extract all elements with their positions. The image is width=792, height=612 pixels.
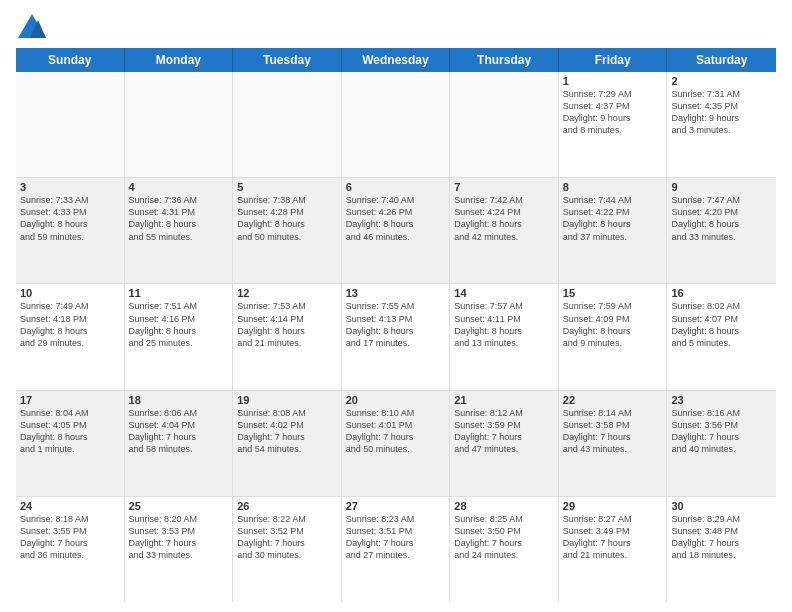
day-number: 24 — [20, 500, 120, 512]
calendar-cell: 9Sunrise: 7:47 AM Sunset: 4:20 PM Daylig… — [667, 178, 776, 283]
calendar-header-cell: Tuesday — [233, 48, 342, 72]
calendar-header-cell: Wednesday — [342, 48, 451, 72]
day-number: 20 — [346, 394, 446, 406]
day-number: 1 — [563, 75, 663, 87]
day-number: 30 — [671, 500, 772, 512]
calendar-cell: 18Sunrise: 8:06 AM Sunset: 4:04 PM Dayli… — [125, 391, 234, 496]
calendar-cell — [342, 72, 451, 177]
day-info: Sunrise: 8:02 AM Sunset: 4:07 PM Dayligh… — [671, 300, 772, 349]
day-number: 9 — [671, 181, 772, 193]
day-number: 23 — [671, 394, 772, 406]
day-number: 11 — [129, 287, 229, 299]
calendar-row: 17Sunrise: 8:04 AM Sunset: 4:05 PM Dayli… — [16, 391, 776, 497]
day-info: Sunrise: 8:22 AM Sunset: 3:52 PM Dayligh… — [237, 513, 337, 562]
day-info: Sunrise: 8:10 AM Sunset: 4:01 PM Dayligh… — [346, 407, 446, 456]
calendar-cell: 22Sunrise: 8:14 AM Sunset: 3:58 PM Dayli… — [559, 391, 668, 496]
day-number: 4 — [129, 181, 229, 193]
day-number: 6 — [346, 181, 446, 193]
day-info: Sunrise: 7:51 AM Sunset: 4:16 PM Dayligh… — [129, 300, 229, 349]
day-number: 25 — [129, 500, 229, 512]
calendar-header-cell: Sunday — [16, 48, 125, 72]
day-info: Sunrise: 7:59 AM Sunset: 4:09 PM Dayligh… — [563, 300, 663, 349]
calendar: SundayMondayTuesdayWednesdayThursdayFrid… — [16, 48, 776, 602]
calendar-cell: 24Sunrise: 8:18 AM Sunset: 3:55 PM Dayli… — [16, 497, 125, 602]
day-info: Sunrise: 7:47 AM Sunset: 4:20 PM Dayligh… — [671, 194, 772, 243]
day-info: Sunrise: 8:04 AM Sunset: 4:05 PM Dayligh… — [20, 407, 120, 456]
day-number: 18 — [129, 394, 229, 406]
calendar-cell: 27Sunrise: 8:23 AM Sunset: 3:51 PM Dayli… — [342, 497, 451, 602]
calendar-cell: 17Sunrise: 8:04 AM Sunset: 4:05 PM Dayli… — [16, 391, 125, 496]
calendar-cell: 16Sunrise: 8:02 AM Sunset: 4:07 PM Dayli… — [667, 284, 776, 389]
day-number: 21 — [454, 394, 554, 406]
day-info: Sunrise: 7:38 AM Sunset: 4:28 PM Dayligh… — [237, 194, 337, 243]
calendar-cell: 14Sunrise: 7:57 AM Sunset: 4:11 PM Dayli… — [450, 284, 559, 389]
day-number: 17 — [20, 394, 120, 406]
day-info: Sunrise: 7:31 AM Sunset: 4:35 PM Dayligh… — [671, 88, 772, 137]
calendar-cell: 12Sunrise: 7:53 AM Sunset: 4:14 PM Dayli… — [233, 284, 342, 389]
logo — [16, 12, 52, 40]
calendar-header-cell: Friday — [559, 48, 668, 72]
calendar-cell: 15Sunrise: 7:59 AM Sunset: 4:09 PM Dayli… — [559, 284, 668, 389]
day-info: Sunrise: 8:16 AM Sunset: 3:56 PM Dayligh… — [671, 407, 772, 456]
day-info: Sunrise: 8:08 AM Sunset: 4:02 PM Dayligh… — [237, 407, 337, 456]
logo-icon — [16, 12, 48, 40]
calendar-cell — [450, 72, 559, 177]
calendar-cell: 26Sunrise: 8:22 AM Sunset: 3:52 PM Dayli… — [233, 497, 342, 602]
day-number: 8 — [563, 181, 663, 193]
calendar-cell: 8Sunrise: 7:44 AM Sunset: 4:22 PM Daylig… — [559, 178, 668, 283]
day-info: Sunrise: 7:53 AM Sunset: 4:14 PM Dayligh… — [237, 300, 337, 349]
day-number: 10 — [20, 287, 120, 299]
page: SundayMondayTuesdayWednesdayThursdayFrid… — [0, 0, 792, 612]
calendar-cell: 28Sunrise: 8:25 AM Sunset: 3:50 PM Dayli… — [450, 497, 559, 602]
calendar-cell: 1Sunrise: 7:29 AM Sunset: 4:37 PM Daylig… — [559, 72, 668, 177]
day-number: 28 — [454, 500, 554, 512]
calendar-cell: 29Sunrise: 8:27 AM Sunset: 3:49 PM Dayli… — [559, 497, 668, 602]
calendar-cell: 6Sunrise: 7:40 AM Sunset: 4:26 PM Daylig… — [342, 178, 451, 283]
day-number: 19 — [237, 394, 337, 406]
calendar-body: 1Sunrise: 7:29 AM Sunset: 4:37 PM Daylig… — [16, 72, 776, 602]
calendar-cell: 13Sunrise: 7:55 AM Sunset: 4:13 PM Dayli… — [342, 284, 451, 389]
header — [16, 12, 776, 40]
calendar-cell: 3Sunrise: 7:33 AM Sunset: 4:33 PM Daylig… — [16, 178, 125, 283]
calendar-header-cell: Saturday — [667, 48, 776, 72]
calendar-cell: 23Sunrise: 8:16 AM Sunset: 3:56 PM Dayli… — [667, 391, 776, 496]
calendar-cell: 11Sunrise: 7:51 AM Sunset: 4:16 PM Dayli… — [125, 284, 234, 389]
day-info: Sunrise: 8:25 AM Sunset: 3:50 PM Dayligh… — [454, 513, 554, 562]
day-info: Sunrise: 7:33 AM Sunset: 4:33 PM Dayligh… — [20, 194, 120, 243]
calendar-row: 10Sunrise: 7:49 AM Sunset: 4:18 PM Dayli… — [16, 284, 776, 390]
day-info: Sunrise: 8:06 AM Sunset: 4:04 PM Dayligh… — [129, 407, 229, 456]
day-info: Sunrise: 8:18 AM Sunset: 3:55 PM Dayligh… — [20, 513, 120, 562]
calendar-cell: 10Sunrise: 7:49 AM Sunset: 4:18 PM Dayli… — [16, 284, 125, 389]
day-info: Sunrise: 8:29 AM Sunset: 3:48 PM Dayligh… — [671, 513, 772, 562]
day-info: Sunrise: 7:42 AM Sunset: 4:24 PM Dayligh… — [454, 194, 554, 243]
calendar-header: SundayMondayTuesdayWednesdayThursdayFrid… — [16, 48, 776, 72]
day-info: Sunrise: 7:49 AM Sunset: 4:18 PM Dayligh… — [20, 300, 120, 349]
day-info: Sunrise: 8:27 AM Sunset: 3:49 PM Dayligh… — [563, 513, 663, 562]
calendar-cell: 4Sunrise: 7:36 AM Sunset: 4:31 PM Daylig… — [125, 178, 234, 283]
calendar-row: 3Sunrise: 7:33 AM Sunset: 4:33 PM Daylig… — [16, 178, 776, 284]
day-number: 14 — [454, 287, 554, 299]
calendar-cell: 25Sunrise: 8:20 AM Sunset: 3:53 PM Dayli… — [125, 497, 234, 602]
calendar-cell: 5Sunrise: 7:38 AM Sunset: 4:28 PM Daylig… — [233, 178, 342, 283]
calendar-cell: 21Sunrise: 8:12 AM Sunset: 3:59 PM Dayli… — [450, 391, 559, 496]
day-number: 7 — [454, 181, 554, 193]
day-number: 15 — [563, 287, 663, 299]
calendar-header-cell: Thursday — [450, 48, 559, 72]
day-info: Sunrise: 8:14 AM Sunset: 3:58 PM Dayligh… — [563, 407, 663, 456]
day-number: 13 — [346, 287, 446, 299]
day-info: Sunrise: 7:29 AM Sunset: 4:37 PM Dayligh… — [563, 88, 663, 137]
day-number: 26 — [237, 500, 337, 512]
day-info: Sunrise: 7:40 AM Sunset: 4:26 PM Dayligh… — [346, 194, 446, 243]
calendar-row: 1Sunrise: 7:29 AM Sunset: 4:37 PM Daylig… — [16, 72, 776, 178]
day-number: 16 — [671, 287, 772, 299]
day-info: Sunrise: 7:36 AM Sunset: 4:31 PM Dayligh… — [129, 194, 229, 243]
calendar-cell — [16, 72, 125, 177]
calendar-cell — [125, 72, 234, 177]
calendar-cell — [233, 72, 342, 177]
day-info: Sunrise: 7:57 AM Sunset: 4:11 PM Dayligh… — [454, 300, 554, 349]
day-number: 12 — [237, 287, 337, 299]
day-info: Sunrise: 7:44 AM Sunset: 4:22 PM Dayligh… — [563, 194, 663, 243]
day-info: Sunrise: 7:55 AM Sunset: 4:13 PM Dayligh… — [346, 300, 446, 349]
calendar-header-cell: Monday — [125, 48, 234, 72]
calendar-cell: 2Sunrise: 7:31 AM Sunset: 4:35 PM Daylig… — [667, 72, 776, 177]
